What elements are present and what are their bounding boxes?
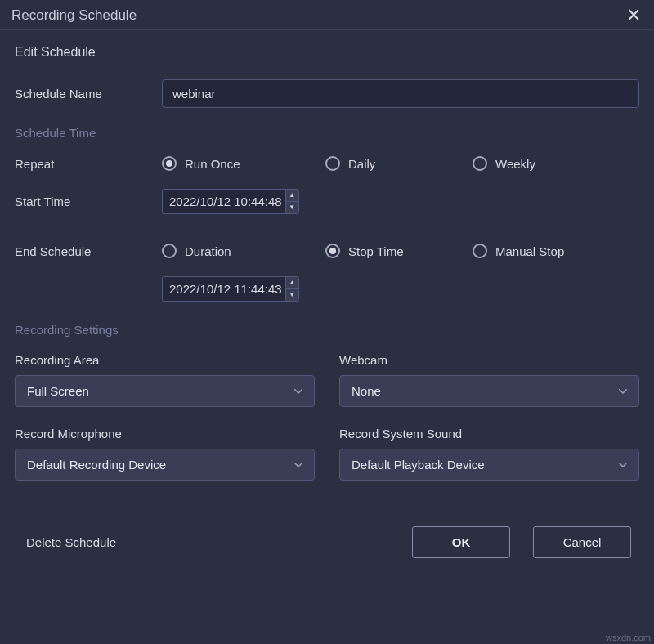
record-system-sound-select[interactable]: Default Playback Device xyxy=(339,449,639,481)
chevron-down-icon[interactable]: ▼ xyxy=(286,289,298,302)
spinner-icon[interactable]: ▲ ▼ xyxy=(285,190,298,213)
chevron-down-icon[interactable]: ▼ xyxy=(286,202,298,214)
start-time-row: Start Time 2022/10/12 10:44:48 ▲ ▼ xyxy=(15,189,639,214)
radio-label: Weekly xyxy=(495,157,535,171)
radio-label: Daily xyxy=(348,157,375,171)
radio-icon xyxy=(325,156,340,171)
recording-area-label: Recording Area xyxy=(15,353,315,367)
record-system-sound-label: Record System Sound xyxy=(339,427,639,441)
select-value: None xyxy=(352,384,381,398)
webcam-label: Webcam xyxy=(339,353,639,367)
cancel-button[interactable]: Cancel xyxy=(533,526,631,558)
dialog-footer: Delete Schedule OK Cancel xyxy=(15,510,639,558)
settings-grid: Recording Area Full Screen Webcam None R… xyxy=(15,353,639,500)
end-duration-radio[interactable]: Duration xyxy=(162,244,325,258)
ok-button[interactable]: OK xyxy=(412,526,510,558)
webcam-select[interactable]: None xyxy=(339,375,639,407)
radio-label: Run Once xyxy=(185,157,240,171)
edit-schedule-heading: Edit Schedule xyxy=(15,45,639,60)
repeat-daily-radio[interactable]: Daily xyxy=(325,156,473,171)
webcam-block: Webcam None xyxy=(339,353,639,407)
close-icon[interactable]: ✕ xyxy=(623,7,644,25)
radio-icon xyxy=(473,244,487,258)
end-schedule-label: End Schedule xyxy=(15,244,162,258)
end-stop-time-radio[interactable]: Stop Time xyxy=(325,244,473,258)
radio-label: Manual Stop xyxy=(495,244,564,258)
end-manual-stop-radio[interactable]: Manual Stop xyxy=(473,244,639,258)
end-time-input[interactable]: 2022/10/12 11:44:43 ▲ ▼ xyxy=(162,276,299,302)
watermark-text: wsxdn.com xyxy=(606,633,651,642)
chevron-down-icon xyxy=(619,389,627,394)
select-value: Default Recording Device xyxy=(27,458,166,472)
repeat-row: Repeat Run Once Daily Weekly xyxy=(15,156,639,171)
start-time-label: Start Time xyxy=(15,195,162,208)
dialog-content: Edit Schedule Schedule Name Schedule Tim… xyxy=(0,30,654,558)
select-value: Default Playback Device xyxy=(352,458,485,472)
radio-label: Stop Time xyxy=(348,244,404,258)
recording-area-block: Recording Area Full Screen xyxy=(15,353,315,407)
delete-schedule-link[interactable]: Delete Schedule xyxy=(26,535,116,549)
end-schedule-row: End Schedule Duration Stop Time Manual S… xyxy=(15,244,639,258)
repeat-label: Repeat xyxy=(15,157,162,171)
chevron-down-icon xyxy=(619,463,627,467)
start-time-input[interactable]: 2022/10/12 10:44:48 ▲ ▼ xyxy=(162,189,299,214)
repeat-run-once-radio[interactable]: Run Once xyxy=(162,156,325,171)
end-radio-group: Duration Stop Time Manual Stop xyxy=(162,244,639,258)
schedule-name-input[interactable] xyxy=(162,79,639,108)
titlebar: Recording Schedule ✕ xyxy=(0,0,654,30)
radio-icon xyxy=(473,156,487,171)
radio-icon xyxy=(162,156,177,171)
schedule-name-label: Schedule Name xyxy=(15,87,162,101)
schedule-time-section: Schedule Time xyxy=(15,126,639,140)
record-microphone-block: Record Microphone Default Recording Devi… xyxy=(15,427,315,481)
radio-label: Duration xyxy=(185,244,231,258)
end-time-row: 2022/10/12 11:44:43 ▲ ▼ xyxy=(15,276,639,302)
schedule-name-row: Schedule Name xyxy=(15,79,639,108)
repeat-radio-group: Run Once Daily Weekly xyxy=(162,156,639,171)
record-microphone-select[interactable]: Default Recording Device xyxy=(15,449,315,481)
recording-settings-section: Recording Settings xyxy=(15,323,639,337)
select-value: Full Screen xyxy=(27,384,89,398)
recording-schedule-dialog: Recording Schedule ✕ Edit Schedule Sched… xyxy=(0,0,654,644)
repeat-weekly-radio[interactable]: Weekly xyxy=(473,156,639,171)
chevron-up-icon[interactable]: ▲ xyxy=(286,190,298,202)
record-microphone-label: Record Microphone xyxy=(15,427,315,441)
chevron-down-icon xyxy=(294,389,302,394)
end-time-value: 2022/10/12 11:44:43 xyxy=(163,277,285,301)
start-time-value: 2022/10/12 10:44:48 xyxy=(163,190,285,213)
dialog-title: Recording Schedule xyxy=(11,7,137,24)
spinner-icon[interactable]: ▲ ▼ xyxy=(285,277,298,301)
recording-area-select[interactable]: Full Screen xyxy=(15,375,315,407)
chevron-up-icon[interactable]: ▲ xyxy=(286,277,298,289)
record-system-sound-block: Record System Sound Default Playback Dev… xyxy=(339,427,639,481)
chevron-down-icon xyxy=(294,463,302,467)
radio-icon xyxy=(162,244,177,258)
radio-icon xyxy=(325,244,340,258)
